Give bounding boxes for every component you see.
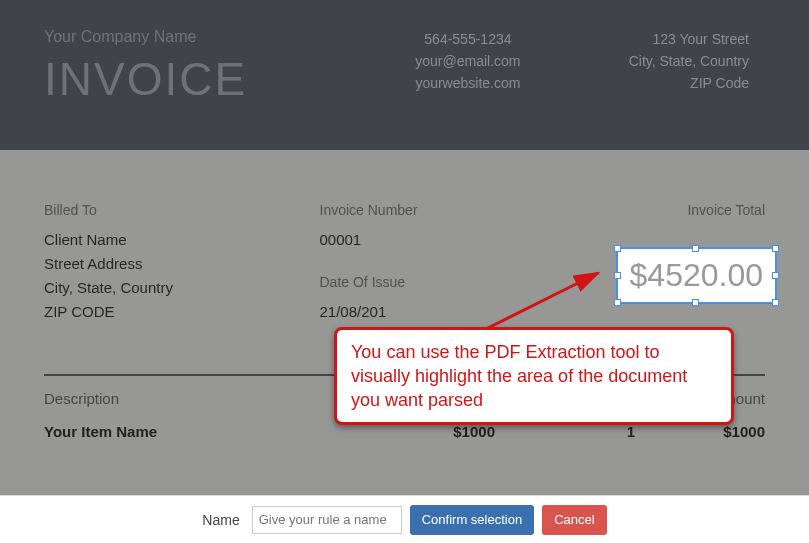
rule-name-input[interactable] (252, 506, 402, 534)
resize-handle-tr[interactable] (772, 245, 779, 252)
row-unit-cost: $1000 (355, 423, 495, 440)
company-email: your@email.com (415, 50, 520, 72)
rule-name-label: Name (202, 512, 239, 528)
resize-handle-br[interactable] (772, 299, 779, 306)
document-viewport: Your Company Name INVOICE 564-555-1234 y… (0, 0, 809, 495)
resize-handle-b[interactable] (692, 299, 699, 306)
resize-handle-tl[interactable] (614, 245, 621, 252)
extraction-selection[interactable]: $4520.00 (616, 247, 777, 304)
company-phone: 564-555-1234 (415, 28, 520, 50)
company-address: 123 Your Street City, State, Country ZIP… (629, 28, 749, 106)
client-city: City, State, Country (44, 276, 214, 300)
billed-to-block: Billed To Client Name Street Address Cit… (44, 202, 214, 324)
invoice-meta-block: Invoice Number 00001 Date Of Issue 21/08… (320, 202, 490, 324)
invoice-total-label: Invoice Total (595, 202, 765, 218)
date-issue-value: 21/08/201 (320, 300, 490, 324)
company-contact: 564-555-1234 your@email.com yourwebsite.… (415, 28, 520, 106)
invoice-header: Your Company Name INVOICE 564-555-1234 y… (0, 0, 809, 150)
annotation-text: You can use the PDF Extraction tool to v… (351, 342, 687, 410)
company-website: yourwebsite.com (415, 72, 520, 94)
invoice-title: INVOICE (44, 52, 247, 106)
client-zip: ZIP CODE (44, 300, 214, 324)
company-zip: ZIP Code (629, 72, 749, 94)
resize-handle-t[interactable] (692, 245, 699, 252)
company-street: 123 Your Street (629, 28, 749, 50)
rule-toolbar: Name Confirm selection Cancel (0, 495, 809, 543)
company-city: City, State, Country (629, 50, 749, 72)
invoice-total-value: $4520.00 (630, 257, 763, 293)
company-name: Your Company Name (44, 28, 247, 46)
client-name: Client Name (44, 228, 214, 252)
resize-handle-r[interactable] (772, 272, 779, 279)
billed-to-label: Billed To (44, 202, 214, 218)
confirm-selection-button[interactable]: Confirm selection (410, 505, 534, 535)
col-description: Description (44, 390, 355, 407)
table-row: Your Item Name $1000 1 $1000 (44, 423, 765, 440)
invoice-number-label: Invoice Number (320, 202, 490, 218)
row-description: Your Item Name (44, 423, 355, 440)
client-street: Street Address (44, 252, 214, 276)
date-issue-label: Date Of Issue (320, 274, 490, 290)
annotation-callout: You can use the PDF Extraction tool to v… (334, 327, 734, 425)
cancel-button[interactable]: Cancel (542, 505, 606, 535)
row-qty: 1 (495, 423, 635, 440)
row-amount: $1000 (635, 423, 765, 440)
invoice-number-value: 00001 (320, 228, 490, 252)
